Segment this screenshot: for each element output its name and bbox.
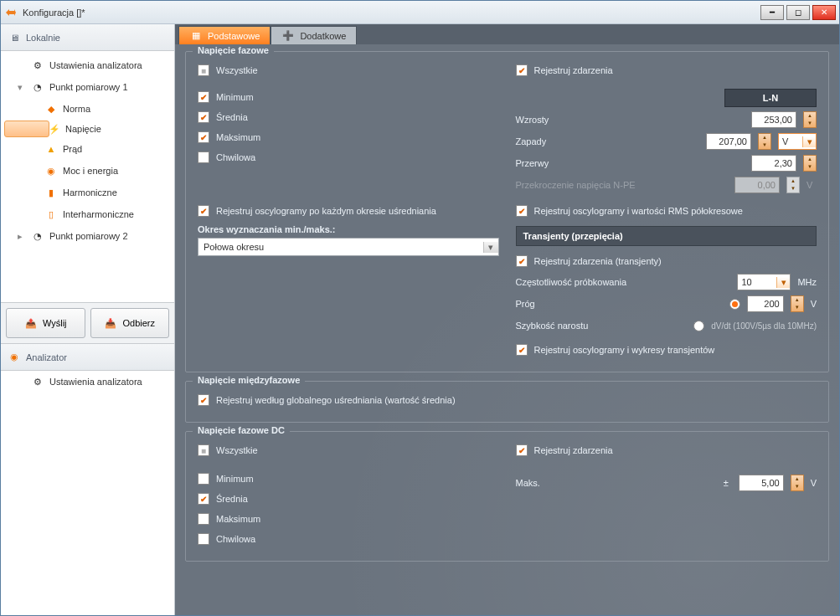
- local-header-label: Lokalnie: [26, 33, 60, 43]
- analyzer-header: ◉ Analizator: [1, 344, 174, 371]
- chk-label: Średnia: [216, 112, 248, 122]
- dc-chk-minimum[interactable]: Minimum: [198, 469, 499, 489]
- send-receive-bar: 📤 Wyślij 📥 Odbierz: [1, 302, 174, 344]
- chk-rej-global[interactable]: ✔ Rejestruj według globalnego uśredniani…: [198, 390, 817, 410]
- unit-select[interactable]: V▾: [778, 133, 817, 150]
- row-label: Wzrosty: [516, 115, 745, 125]
- titlebar: Konfiguracja []* ━ ◻ ✕: [1, 1, 839, 24]
- chevron-right-icon[interactable]: ▸: [18, 231, 26, 242]
- tree-prad[interactable]: ▲ Prąd: [1, 138, 174, 160]
- chk-rej-osc-usr[interactable]: ✔ Rejestruj oscylogramy po każdym okresi…: [198, 201, 499, 221]
- chk-rej-osc-trans[interactable]: ✔ Rejestruj oscylogramy i wykresy transj…: [516, 340, 817, 360]
- tree-label: Napięcie: [65, 124, 101, 134]
- send-button[interactable]: 📤 Wyślij: [6, 308, 85, 338]
- chk-label: Wszystkie: [216, 65, 258, 75]
- group-legend: Napięcie fazowe DC: [193, 425, 290, 435]
- tree-label: Punkt pomiarowy 2: [49, 231, 128, 241]
- okres-dropdown[interactable]: Połowa okresu ▾: [198, 238, 499, 256]
- tree-local: ⚙ Ustawienia analizatora ▾ ◔ Punkt pomia…: [1, 51, 174, 302]
- receive-button[interactable]: 📥 Odbierz: [90, 308, 170, 338]
- row-label: Szybkość narostu: [516, 321, 688, 331]
- checkbox-icon: ✔: [198, 91, 209, 103]
- chk-chwilowa[interactable]: Chwilowa: [198, 147, 499, 167]
- chk-wszystkie[interactable]: ■ Wszystkie: [198, 60, 499, 80]
- tree-harm[interactable]: ▮ Harmoniczne: [1, 182, 174, 203]
- dc-chk-maksimum[interactable]: Maksimum: [198, 509, 499, 529]
- tab-basic[interactable]: ▦ Podstawowe: [178, 26, 271, 44]
- spinner[interactable]: ▲▼: [803, 155, 817, 172]
- spinner[interactable]: ▲▼: [803, 111, 817, 128]
- checkbox-icon: ■: [198, 64, 209, 76]
- chk-rej-osc-rms[interactable]: ✔ Rejestruj oscylogramy i wartości RMS p…: [516, 201, 817, 221]
- row-label: Przerwy: [516, 158, 745, 168]
- group-fazowe: Napięcie fazowe ■ Wszystkie ✔ Minimum: [185, 51, 829, 372]
- dc-chk-srednia[interactable]: ✔ Średnia: [198, 489, 499, 509]
- tree-pp2[interactable]: ▸ ◔ Punkt pomiarowy 2: [1, 225, 174, 247]
- chk-label: Chwilowa: [216, 534, 255, 544]
- maximize-button[interactable]: ◻: [786, 5, 810, 20]
- chk-label: Minimum: [216, 92, 254, 102]
- checkbox-icon: [198, 473, 209, 485]
- spinner[interactable]: ▲▼: [758, 133, 771, 150]
- tree-analyzer: ⚙ Ustawienia analizatora: [1, 371, 174, 615]
- dc-chk-rej-zdarz[interactable]: ✔ Rejestruj zdarzenia: [516, 440, 817, 460]
- dc-maks-input[interactable]: [739, 475, 784, 491]
- chevron-down-icon: ▾: [776, 277, 790, 288]
- chk-label: Chwilowa: [216, 152, 255, 162]
- close-button[interactable]: ✕: [812, 5, 836, 20]
- radio-szyb[interactable]: [693, 321, 704, 331]
- tree-norma[interactable]: ◆ Norma: [1, 98, 174, 120]
- tree-label: Harmoniczne: [63, 187, 117, 198]
- chevron-down-icon[interactable]: ▾: [18, 82, 26, 93]
- row-prog: Próg ▲▼ V: [516, 293, 817, 315]
- unit-label: V: [811, 478, 817, 488]
- dc-chk-chwilowa[interactable]: Chwilowa: [198, 529, 499, 549]
- spinner[interactable]: ▲▼: [791, 295, 804, 312]
- dvdt-label: dV/dt (100V/5µs dla 10MHz): [711, 321, 817, 331]
- row-npe: Przekroczenie napięcia N-PE ▲▼ V: [516, 174, 817, 196]
- row-label: Próg: [516, 299, 723, 309]
- prog-input[interactable]: [747, 295, 784, 312]
- current-icon: ▲: [44, 142, 58, 156]
- tree-ustawienia[interactable]: ⚙ Ustawienia analizatora: [1, 54, 174, 76]
- zapady-input[interactable]: [706, 133, 751, 150]
- gear-icon: ⚙: [31, 59, 44, 72]
- chk-rej-trans[interactable]: ✔ Rejestruj zdarzenia (transjenty): [516, 251, 817, 271]
- group-dc: Napięcie fazowe DC ■ Wszystkie Minimum: [185, 431, 829, 562]
- app-icon: [4, 6, 18, 19]
- tree-pp1[interactable]: ▾ ◔ Punkt pomiarowy 1: [1, 76, 174, 98]
- row-szyb: Szybkość narostu dV/dt (100V/5µs dla 10M…: [516, 315, 817, 336]
- chk-label: Rejestruj zdarzenia: [534, 65, 613, 75]
- chk-srednia[interactable]: ✔ Średnia: [198, 107, 499, 127]
- minimize-button[interactable]: ━: [760, 5, 784, 20]
- przerwy-input[interactable]: [751, 155, 796, 172]
- spinner[interactable]: ▲▼: [791, 475, 804, 491]
- interharm-icon: ▯: [44, 208, 58, 221]
- tree-interharm[interactable]: ▯ Interharmoniczne: [1, 203, 174, 225]
- ln-header: L-N: [724, 89, 817, 107]
- dc-chk-wszystkie[interactable]: ■ Wszystkie: [198, 440, 499, 460]
- window-title: Konfiguracja []*: [23, 8, 760, 18]
- czest-select[interactable]: 10▾: [737, 274, 791, 290]
- radio-prog[interactable]: [729, 299, 740, 310]
- tree-moc[interactable]: ◉ Moc i energia: [1, 160, 174, 182]
- wzrosty-input[interactable]: [751, 111, 796, 128]
- chk-label: Rejestruj oscylogramy i wykresy transjen…: [534, 345, 715, 355]
- chk-maksimum[interactable]: ✔ Maksimum: [198, 127, 499, 147]
- row-label: Zapady: [516, 136, 700, 146]
- row-czest: Częstotliwość próbkowania 10▾ MHz: [516, 271, 817, 293]
- tab-label: Dodatkowe: [300, 31, 346, 41]
- send-icon: 📤: [24, 316, 38, 330]
- tree-napiecie[interactable]: ⚡ Napięcie: [4, 121, 49, 137]
- checkbox-icon: ✔: [516, 444, 528, 456]
- tab-extra[interactable]: ➕ Dodatkowe: [271, 26, 357, 44]
- chk-minimum[interactable]: ✔ Minimum: [198, 87, 499, 107]
- tree-label: Punkt pomiarowy 1: [49, 82, 128, 92]
- chk-rej-zdarzenia[interactable]: ✔ Rejestruj zdarzenia: [516, 60, 817, 80]
- row-label: Przekroczenie napięcia N-PE: [516, 180, 729, 190]
- checkbox-icon: [198, 533, 209, 545]
- tree-ustawienia2[interactable]: ⚙ Ustawienia analizatora: [1, 371, 174, 393]
- chk-label: Rejestruj oscylogramy po każdym okresie …: [216, 206, 436, 216]
- select-value: 10: [738, 277, 776, 287]
- row-label: Częstotliwość próbkowania: [516, 277, 731, 287]
